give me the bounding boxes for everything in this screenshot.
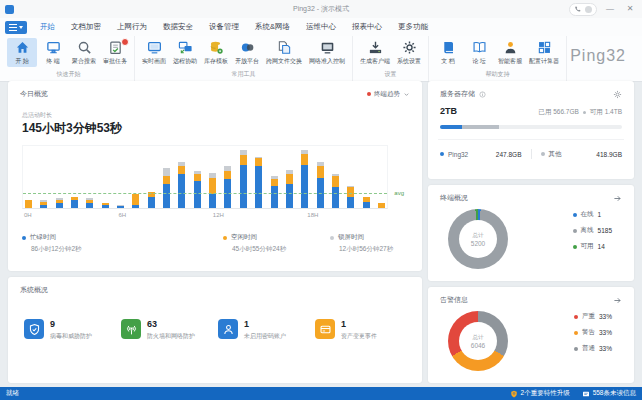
ribbon-generate-client-button[interactable]: 生成客户端 — [357, 38, 393, 67]
tab-doc-encryption[interactable]: 文档加密 — [63, 18, 109, 36]
ribbon-inventory-template-button[interactable]: 库存模板 — [201, 38, 231, 67]
x-tick-label: 18H — [307, 212, 318, 218]
minimize-button[interactable]: — — [603, 0, 617, 18]
ribbon-document-button[interactable]: 文 档 — [433, 38, 463, 67]
menu-icon — [9, 24, 17, 31]
legend-value: 418.9GB — [596, 151, 622, 158]
info-icon[interactable] — [479, 91, 486, 98]
support-phone-toggle[interactable] — [569, 3, 597, 16]
bar-hour-20 — [332, 174, 339, 208]
stat-label: 防火墙和网络防护 — [147, 332, 195, 341]
tab-more-features[interactable]: 更多功能 — [390, 18, 436, 36]
ribbon-approval-tasks-button[interactable]: 审批任务 — [100, 38, 130, 67]
legend-item: 严重33% — [574, 312, 612, 321]
ribbon-button-label: 文 档 — [441, 57, 455, 66]
bar-segment — [148, 197, 155, 208]
ribbon-button-label: 配置计算器 — [529, 57, 559, 66]
legend-value: 33% — [599, 345, 612, 352]
donut-center-label: 总计 — [473, 232, 484, 239]
tab-start[interactable]: 开始 — [32, 18, 63, 36]
stat-asset-change[interactable]: 1资产变更事件 — [315, 319, 412, 341]
bar-segment — [363, 202, 370, 208]
ribbon-terminal-button[interactable]: 终 端 — [38, 38, 68, 67]
menu-bar: 开始文档加密上网行为数据安全设备管理系统&网络运维中心报表中心更多功能 — [0, 18, 642, 36]
firewall-icon — [121, 319, 141, 339]
ribbon-network-access-control-button[interactable]: 网络准入控制 — [306, 38, 348, 67]
calculator-icon — [537, 40, 552, 55]
bar-hour-4 — [86, 198, 93, 208]
tab-web-behavior[interactable]: 上网行为 — [109, 18, 155, 36]
legend-item: 忙碌时间86小时12分钟2秒 — [22, 233, 82, 254]
bar-hour-5 — [102, 203, 109, 208]
arrow-right-icon[interactable] — [613, 194, 622, 203]
legend-label-row: 其他 — [541, 150, 562, 159]
bar-segment — [56, 203, 63, 208]
ribbon-remote-assist-button[interactable]: 远程协助 — [170, 38, 200, 67]
bar-hour-23 — [378, 203, 385, 208]
legend-dot — [574, 315, 578, 319]
legend-label-row: Ping32 — [440, 151, 468, 158]
ribbon-smart-support-button[interactable]: 智能客服 — [495, 38, 525, 67]
ribbon-aggregate-search-button[interactable]: 聚合搜索 — [69, 38, 99, 67]
ribbon-open-platform-button[interactable]: 开放平台 — [232, 38, 262, 67]
bar-segment — [178, 166, 185, 174]
legend-dot — [223, 236, 227, 240]
trend-filter-dropdown[interactable]: 终端趋势 — [367, 90, 410, 99]
legend-label: 可用 — [581, 242, 594, 251]
x-tick-label: 0H — [24, 212, 32, 218]
stat-label: 病毒和威胁防护 — [50, 332, 92, 341]
stat-firewall[interactable]: 63防火墙和网络防护 — [121, 319, 218, 341]
bar-hour-12 — [209, 173, 216, 208]
legend-label-row: 忙碌时间 — [22, 233, 82, 242]
bar-segment — [240, 155, 247, 165]
ribbon-home-button[interactable]: 开 始 — [7, 38, 37, 67]
support-icon — [503, 40, 518, 55]
stat-text: 9病毒和威胁防护 — [50, 319, 92, 341]
tab-system-network[interactable]: 系统&网络 — [247, 18, 298, 36]
average-line: avg — [23, 193, 387, 194]
ribbon-config-calculator-button[interactable]: 配置计算器 — [526, 38, 562, 67]
legend-value: 1 — [598, 211, 602, 218]
asset-change-icon — [319, 323, 332, 336]
ribbon-live-screen-button[interactable]: 实时画面 — [139, 38, 169, 67]
user-account-icon — [222, 323, 235, 336]
activity-chart: avg 0H6H12H18H — [22, 145, 406, 221]
ribbon-system-settings-button[interactable]: 系统设置 — [394, 38, 424, 67]
notification-badge — [121, 38, 129, 46]
stat-value: 9 — [50, 319, 92, 329]
legend-item: 空闲时间45小时55分钟24秒 — [223, 233, 286, 254]
bar-hour-9 — [163, 168, 170, 208]
dashboard: 今日概览 终端趋势 总活动时长 145小时3分钟53秒 avg 0H6H12H1… — [8, 81, 634, 383]
search-icon — [77, 40, 92, 55]
bar-segment — [163, 176, 170, 184]
status-text: 558条未读信息 — [593, 389, 636, 398]
divider — [438, 139, 624, 140]
tab-device-management[interactable]: 设备管理 — [201, 18, 247, 36]
stat-user-account[interactable]: 1未启用密码账户 — [218, 319, 315, 341]
bar-segment — [132, 194, 139, 205]
status-items: 2个重要特性升级558条未读信息 — [510, 389, 636, 398]
gear-icon[interactable] — [613, 90, 622, 99]
bar-segment — [224, 171, 231, 179]
ribbon-forum-button[interactable]: 论 坛 — [464, 38, 494, 67]
bar-segment — [255, 158, 262, 166]
ribbon-file-exchange-button[interactable]: 跨网文件交换 — [263, 38, 305, 67]
alerts-legend: 严重33%警告33%普通33% — [574, 305, 612, 360]
tab-data-security[interactable]: 数据安全 — [155, 18, 201, 36]
ribbon-button-label: 生成客户端 — [360, 57, 390, 66]
bar-segment — [40, 205, 47, 208]
caret-down-icon — [19, 26, 23, 29]
message-status[interactable]: 558条未读信息 — [582, 389, 636, 398]
stat-shield-check[interactable]: 9病毒和威胁防护 — [24, 319, 121, 341]
legend-dot — [573, 229, 577, 233]
close-button[interactable]: ✕ — [623, 0, 637, 18]
file-menu-button[interactable] — [5, 21, 27, 34]
legend-item: 在线1 — [573, 210, 612, 219]
arrow-right-icon[interactable] — [613, 296, 622, 305]
update-shield-status[interactable]: 2个重要特性升级 — [510, 389, 570, 398]
legend-value: 247.8GB — [496, 151, 522, 158]
legend-value: 12小时56分钟27秒 — [339, 245, 393, 254]
activity-bars — [25, 150, 385, 208]
tab-report-center[interactable]: 报表中心 — [344, 18, 390, 36]
tab-ops-center[interactable]: 运维中心 — [298, 18, 344, 36]
